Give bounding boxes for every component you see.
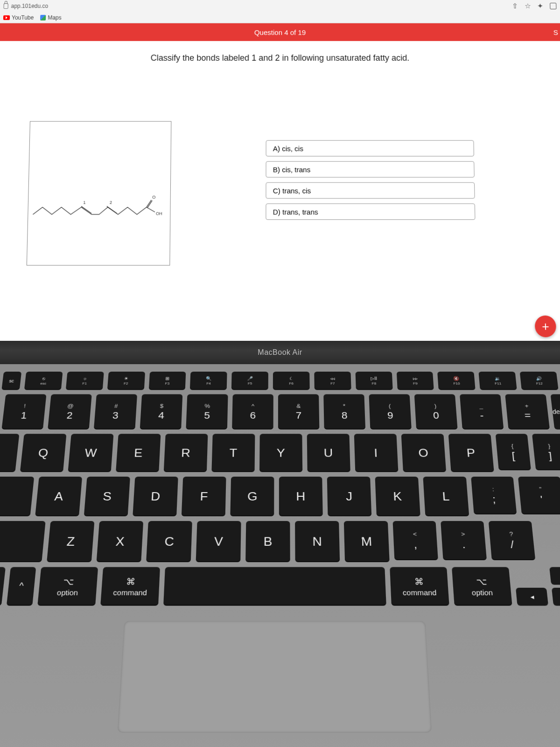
z-row: ZXCVBNM <, >. ?/: [0, 521, 560, 562]
bond-label-2: 2: [110, 200, 112, 204]
banner-right[interactable]: S: [553, 28, 558, 36]
key-l[interactable]: L: [423, 477, 469, 516]
star-icon[interactable]: ☆: [525, 2, 531, 10]
key-1[interactable]: !1: [1, 394, 46, 429]
key-o[interactable]: O: [401, 434, 446, 472]
key-u[interactable]: U: [307, 434, 350, 472]
bookmark-maps[interactable]: Maps: [40, 14, 62, 21]
key-0[interactable]: )0: [414, 394, 458, 429]
key-arrow-down[interactable]: [552, 588, 560, 606]
key-f3[interactable]: ⊞F3: [148, 372, 186, 390]
key-esc-edge[interactable]: sc: [1, 372, 21, 390]
key-backtick[interactable]: [0, 394, 1, 429]
key-f2[interactable]: ☀F2: [107, 372, 145, 390]
key-9[interactable]: (9: [369, 394, 411, 429]
key-w[interactable]: W: [68, 434, 113, 472]
key-f4[interactable]: 🔍F4: [190, 372, 227, 390]
answer-list: A) cis, cis B) cis, trans C) trans, cis …: [266, 140, 475, 220]
fn-row: sc⎋esc☼F1☀F2⊞F3🔍F4🎤F5☾F6◃◃F7▷IIF8▹▹F9🔇F1…: [1, 372, 558, 390]
key-x[interactable]: X: [97, 521, 144, 562]
question-prompt: Classify the bonds labeled 1 and 2 in fo…: [13, 53, 548, 63]
key-bracket-close[interactable]: }]: [532, 434, 560, 470]
key-q[interactable]: Q: [20, 434, 67, 472]
extensions-icon[interactable]: ✦: [537, 2, 543, 10]
key-j[interactable]: J: [327, 477, 372, 516]
key-6[interactable]: ^6: [232, 394, 273, 429]
key-p[interactable]: P: [448, 434, 494, 472]
key-5[interactable]: %5: [186, 394, 228, 429]
key-c[interactable]: C: [146, 521, 192, 562]
key-f5[interactable]: 🎤F5: [231, 372, 268, 390]
answer-d[interactable]: D) trans, trans: [266, 204, 475, 220]
key-f9[interactable]: ▹▹F9: [396, 372, 434, 390]
key-7[interactable]: &7: [278, 394, 319, 429]
key-fn[interactable]: [0, 567, 6, 606]
key-g[interactable]: G: [230, 477, 274, 516]
key-n[interactable]: N: [295, 521, 340, 562]
keyboard: sc⎋esc☼F1☀F2⊞F3🔍F4🎤F5☾F6◃◃F7▷IIF8▹▹F9🔇F1…: [0, 372, 560, 606]
q-row: QWERTYUIOP {[ }]: [0, 434, 560, 472]
answer-c[interactable]: C) trans, cis: [266, 182, 475, 198]
key-f10[interactable]: 🔇F10: [438, 372, 476, 390]
key-period[interactable]: >.: [441, 521, 487, 560]
key-i[interactable]: I: [354, 434, 398, 472]
key-b[interactable]: B: [245, 521, 290, 562]
key-slash[interactable]: ?/: [489, 521, 536, 560]
key-r[interactable]: R: [163, 434, 208, 472]
key-f7[interactable]: ◃◃F7: [314, 372, 351, 390]
key-f11[interactable]: 🔉F11: [479, 372, 517, 390]
key-8[interactable]: *8: [323, 394, 365, 429]
key-f6[interactable]: ☾F6: [273, 372, 310, 390]
key-y[interactable]: Y: [259, 434, 302, 472]
key-option-right[interactable]: ⌥option: [452, 567, 512, 606]
key-2[interactable]: @2: [48, 394, 92, 429]
key-semicolon[interactable]: :;: [471, 477, 517, 514]
key-quote[interactable]: "': [518, 477, 560, 514]
add-fab[interactable]: +: [535, 316, 556, 337]
key-k[interactable]: K: [375, 477, 420, 516]
answer-a[interactable]: A) cis, cis: [266, 140, 474, 156]
key-a[interactable]: A: [35, 477, 82, 516]
key-m[interactable]: M: [344, 521, 390, 562]
key-d[interactable]: D: [133, 477, 178, 516]
key-command-right[interactable]: ⌘command: [390, 567, 449, 606]
key-arrow-left[interactable]: ◂: [516, 588, 548, 606]
key-capslock[interactable]: [0, 477, 34, 516]
key-z[interactable]: Z: [47, 521, 94, 562]
key-f1[interactable]: ☼F1: [66, 372, 104, 390]
key-h[interactable]: H: [279, 477, 323, 516]
key-bracket-open[interactable]: {[: [495, 434, 531, 470]
key-tab[interactable]: [0, 434, 19, 472]
svg-line-2: [147, 200, 151, 207]
key-3[interactable]: #3: [94, 394, 137, 429]
content-area: Classify the bonds labeled 1 and 2 in fo…: [0, 41, 560, 350]
laptop-model: MacBook Air: [258, 348, 302, 357]
bookmark-youtube[interactable]: YouTube: [3, 14, 34, 21]
key-space[interactable]: [163, 567, 386, 606]
key-4[interactable]: $4: [140, 394, 183, 429]
a-row: ASDFGHJKL :; "': [0, 477, 560, 516]
key-option-left[interactable]: ⌥option: [37, 567, 98, 606]
key-esc[interactable]: ⎋esc: [24, 372, 63, 390]
share-icon[interactable]: ⇧: [512, 2, 518, 10]
key-delete[interactable]: dele: [551, 394, 560, 429]
key-t[interactable]: T: [211, 434, 255, 472]
key-comma[interactable]: <,: [393, 521, 438, 560]
key-v[interactable]: V: [196, 521, 241, 562]
key-ctrl[interactable]: ^: [7, 567, 36, 606]
key-s[interactable]: S: [84, 477, 130, 516]
keyboard-tray: sc⎋esc☼F1☀F2⊞F3🔍F4🎤F5☾F6◃◃F7▷IIF8▹▹F9🔇F1…: [0, 364, 560, 747]
key-f12[interactable]: 🔊F12: [520, 372, 559, 390]
key-f[interactable]: F: [182, 477, 226, 516]
key-command-left[interactable]: ⌘command: [100, 567, 160, 606]
url-text[interactable]: app.101edu.co: [11, 3, 48, 9]
answer-b[interactable]: B) cis, trans: [266, 161, 475, 177]
key-f8[interactable]: ▷IIF8: [355, 372, 392, 390]
window-icon[interactable]: [550, 3, 556, 9]
key-=[interactable]: +=: [505, 394, 550, 429]
key-shift-left[interactable]: [0, 521, 46, 562]
key-e[interactable]: E: [116, 434, 161, 472]
key--[interactable]: _-: [460, 394, 504, 429]
trackpad[interactable]: [118, 621, 432, 733]
key-arrow-up[interactable]: ▴: [549, 567, 560, 585]
